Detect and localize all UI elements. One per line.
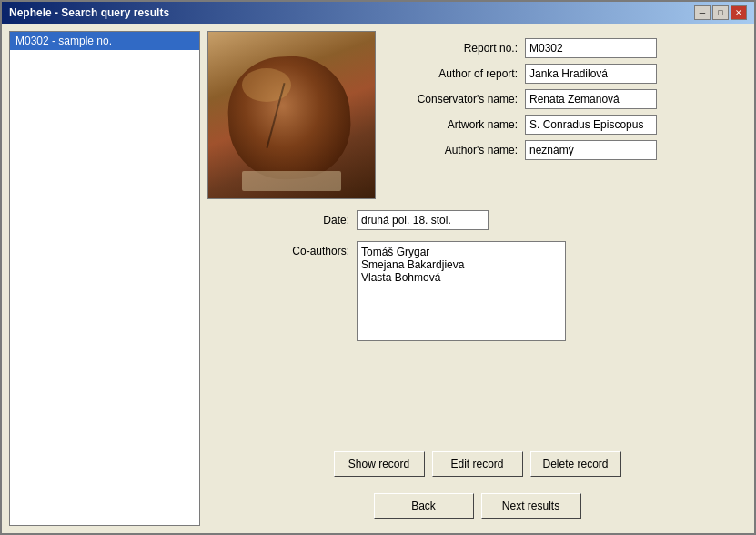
coauthors-label: Co-authors: (222, 241, 349, 257)
report-no-input[interactable] (525, 38, 657, 58)
artwork-row: Artwork name: (390, 115, 657, 135)
record-area: Report no.: Author of report: Conservato… (207, 31, 747, 439)
author-name-label: Author's name: (390, 144, 518, 156)
report-no-row: Report no.: (390, 38, 657, 58)
date-label: Date: (222, 214, 349, 227)
report-no-label: Report no.: (390, 42, 518, 55)
back-button[interactable]: Back (374, 493, 474, 519)
show-record-button[interactable]: Show record (334, 451, 425, 477)
conservator-input[interactable] (525, 89, 657, 109)
navigation-buttons: Back Next results (207, 490, 747, 526)
date-input[interactable] (357, 210, 489, 230)
edit-record-button[interactable]: Edit record (432, 451, 523, 477)
window-controls: ─ □ ✕ (694, 5, 747, 20)
coauthors-section: Co-authors: (207, 241, 747, 341)
close-button[interactable]: ✕ (731, 5, 747, 20)
date-section: Date: (207, 210, 747, 230)
delete-record-button[interactable]: Delete record (530, 451, 621, 477)
main-window: Nephele - Search query results ─ □ ✕ M03… (0, 0, 756, 535)
fields-section: Report no.: Author of report: Conservato… (390, 31, 657, 160)
artwork-image (208, 31, 375, 199)
main-panel: Report no.: Author of report: Conservato… (207, 31, 747, 526)
content-area: M0302 - sample no. (2, 24, 754, 533)
top-section: Report no.: Author of report: Conservato… (207, 31, 747, 199)
window-title: Nephele - Search query results (9, 6, 169, 19)
author-label: Author of report: (390, 67, 518, 80)
author-name-input[interactable] (525, 140, 657, 160)
results-sidebar: M0302 - sample no. (9, 31, 200, 526)
coauthors-textarea[interactable] (357, 241, 566, 341)
title-bar: Nephele - Search query results ─ □ ✕ (2, 2, 754, 24)
artwork-input[interactable] (525, 115, 657, 135)
author-input[interactable] (525, 64, 657, 84)
artwork-label: Artwork name: (390, 118, 518, 131)
conservator-row: Conservator's name: (390, 89, 657, 109)
sidebar-item-label: M0302 - sample no. (15, 35, 112, 47)
minimize-button[interactable]: ─ (694, 5, 711, 20)
next-results-button[interactable]: Next results (481, 493, 581, 519)
conservator-label: Conservator's name: (390, 93, 518, 106)
author-row: Author of report: (390, 64, 657, 84)
artwork-image-container (207, 31, 376, 199)
author-name-row: Author's name: (390, 140, 657, 160)
painting-bottom (242, 171, 342, 191)
action-buttons: Show record Edit record Delete record (207, 446, 747, 482)
sidebar-item[interactable]: M0302 - sample no. (10, 32, 199, 50)
maximize-button[interactable]: □ (712, 5, 729, 20)
